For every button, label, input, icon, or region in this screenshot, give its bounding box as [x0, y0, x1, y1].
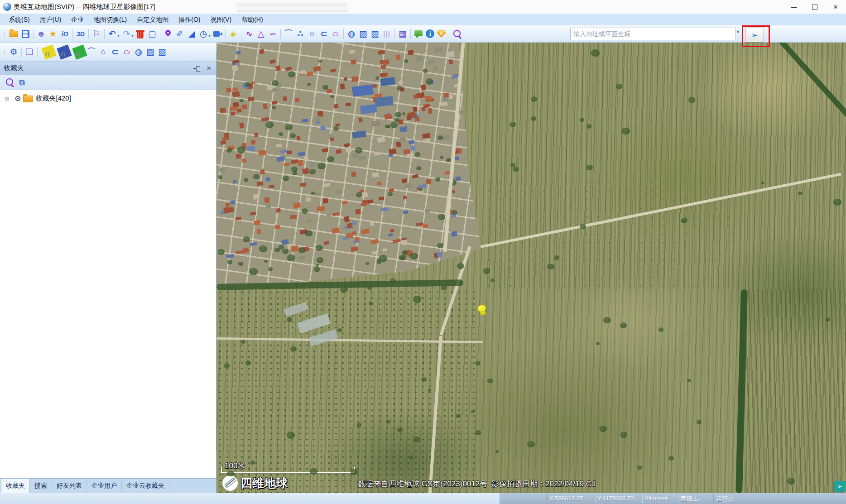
menu-item-0[interactable]: 系统(S): [4, 14, 35, 25]
menu-item-6[interactable]: 视图(V): [205, 14, 236, 25]
building: [381, 207, 389, 211]
camera-icon[interactable]: [212, 28, 223, 40]
fill-rect-icon[interactable]: ▨: [357, 28, 369, 40]
draw-circle-icon[interactable]: ○: [306, 28, 318, 40]
menu-item-3[interactable]: 地图切换(L): [89, 14, 132, 25]
fill-polygon-icon[interactable]: ▧: [369, 28, 381, 40]
map-viewport[interactable]: 100米 四维地球 数据来自四维地球 GS京(2023)0012号 影像拍摄日期…: [216, 43, 846, 493]
tree: [580, 118, 584, 122]
panel-tab-search[interactable]: 搜索: [30, 479, 52, 493]
message-icon[interactable]: [413, 28, 424, 40]
draw-polygon-icon[interactable]: △: [255, 28, 267, 40]
table-icon[interactable]: ▦: [397, 28, 409, 40]
new-page-icon[interactable]: ❏: [24, 46, 35, 58]
building: [424, 96, 432, 101]
menu-item-7[interactable]: 帮助(H): [236, 14, 268, 25]
position-pin-icon[interactable]: [162, 28, 174, 40]
tree: [397, 427, 403, 432]
minimize-button[interactable]: —: [784, 0, 804, 14]
provider-logo: 四维地球: [221, 475, 288, 492]
arc-chord-icon[interactable]: ⌒: [283, 28, 294, 40]
building: [266, 178, 271, 182]
info-icon[interactable]: i: [426, 29, 434, 38]
status-zoom-level: 图级:17: [681, 495, 701, 503]
fullscreen-corner-button[interactable]: ➢: [834, 481, 846, 492]
address-search-icon[interactable]: [451, 28, 463, 40]
app-logo-icon: [3, 3, 11, 11]
tree-row-root[interactable]: ⊞ ·· ⊙ 收藏夹[420]: [0, 90, 216, 103]
menu-item-1[interactable]: 用户(U): [35, 14, 66, 25]
panel-search-icon[interactable]: [4, 77, 15, 88]
menu-item-2[interactable]: 企业: [66, 14, 89, 25]
users-icon[interactable]: ☻: [35, 28, 47, 40]
building: [271, 101, 277, 105]
tree: [322, 85, 328, 89]
find-id-icon[interactable]: iΩ: [59, 28, 71, 40]
delete-icon[interactable]: [135, 28, 146, 40]
fill-circle-icon[interactable]: ◍: [346, 28, 357, 40]
undo-dropdown-caret[interactable]: ▾: [117, 33, 120, 38]
bars-icon[interactable]: |||: [381, 28, 393, 40]
arc-chord-icon[interactable]: ⌒: [86, 46, 97, 58]
multipoint-icon[interactable]: ∴: [294, 28, 306, 40]
close-button[interactable]: ✕: [825, 0, 846, 14]
pushpin-green-icon[interactable]: [72, 46, 84, 58]
go-button[interactable]: ➢: [745, 28, 764, 43]
tree: [259, 245, 267, 252]
building: [231, 111, 236, 115]
map-marker-pushpin[interactable]: [476, 304, 488, 324]
fill-rect-icon[interactable]: ▨: [144, 46, 156, 58]
toolbar-separator: [88, 29, 89, 39]
undo-icon[interactable]: ↶: [106, 28, 118, 40]
route-flag-icon[interactable]: ⚐: [91, 28, 102, 40]
pushpin-blue-icon[interactable]: [57, 46, 68, 58]
building: [372, 172, 380, 178]
draw-ellipse-icon[interactable]: ○: [118, 46, 136, 58]
maximize-button[interactable]: [804, 0, 825, 14]
draw-curve-icon[interactable]: ∽: [267, 28, 279, 40]
draw-toolbar: ⋮⚙❏⌒○⊂○◍▨▧: [0, 43, 216, 62]
compass-icon[interactable]: ◷: [197, 28, 209, 40]
redo-dropdown-caret[interactable]: ▾: [131, 33, 134, 38]
settings-gear-icon[interactable]: ⚙: [8, 46, 19, 58]
draw-ellipse-icon[interactable]: ○: [327, 28, 345, 40]
visibility-eye-icon[interactable]: ⊙: [14, 94, 21, 103]
building: [347, 223, 353, 228]
draw-circle-icon[interactable]: ○: [97, 46, 109, 58]
panel-autohide-pin-icon[interactable]: [193, 66, 201, 71]
menu-item-4[interactable]: 自定义地图: [132, 14, 173, 25]
tree: [402, 112, 405, 115]
tree-expander-icon[interactable]: ⊞: [5, 95, 10, 102]
tree: [226, 148, 232, 153]
favorites-star-icon[interactable]: ★: [47, 28, 59, 40]
save-icon[interactable]: [19, 28, 31, 40]
address-search-input[interactable]: [570, 28, 736, 40]
import-icon[interactable]: [8, 28, 19, 40]
building: [414, 116, 420, 122]
menu-item-5[interactable]: 操作(O): [173, 14, 205, 25]
redo-icon[interactable]: ↷: [120, 28, 132, 40]
tree: [423, 69, 428, 73]
batch-copy-icon[interactable]: ⧉: [19, 78, 25, 87]
panel-tab-enterprise-users[interactable]: 企业用户: [87, 479, 122, 493]
pushpin-yellow-icon[interactable]: [41, 46, 53, 58]
view-3d-icon[interactable]: 3D: [75, 28, 87, 40]
panel-close-icon[interactable]: ✕: [205, 65, 212, 72]
panel-tab-friends[interactable]: 好友列表: [52, 479, 87, 493]
address-history-dropdown[interactable]: ▼: [735, 29, 740, 34]
measure-distance-icon[interactable]: ✐: [174, 28, 186, 40]
building: [323, 240, 329, 245]
map-attribution: 数据来自四维地球 GS京(2023)0012号: [358, 479, 487, 489]
tree: [302, 208, 308, 214]
tree: [421, 377, 427, 382]
kite-icon[interactable]: ◈: [227, 28, 239, 40]
compass-dropdown-caret[interactable]: ▾: [208, 33, 211, 38]
vip-icon[interactable]: V: [437, 30, 446, 38]
tree: [761, 182, 764, 184]
panel-tab-favorites[interactable]: 收藏夹: [1, 478, 30, 493]
fill-polygon-icon[interactable]: ▧: [156, 46, 168, 58]
measure-area-icon[interactable]: ◢: [186, 28, 197, 40]
draw-polyline-icon[interactable]: ∿: [243, 28, 255, 40]
panel-tab-enterprise-cloud[interactable]: 企业云收藏夹: [122, 479, 169, 493]
select-rect-icon[interactable]: ▢: [146, 28, 158, 40]
